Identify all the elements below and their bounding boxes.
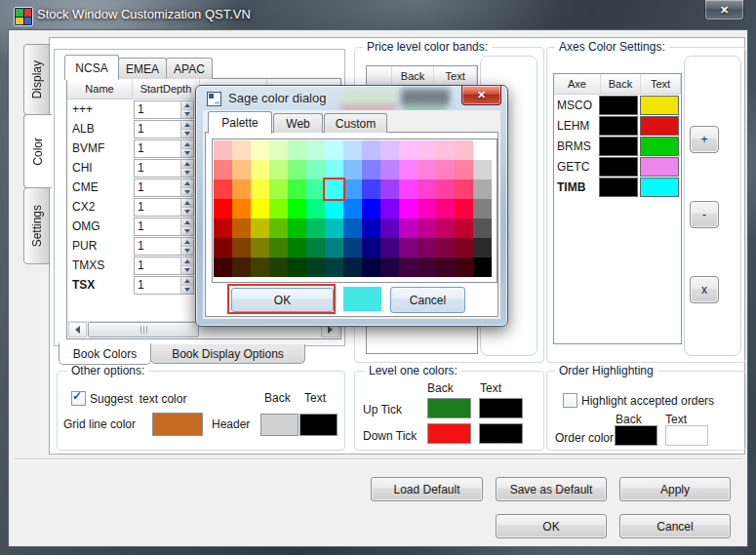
column-header-startdepth[interactable]: StartDepth: [133, 79, 200, 99]
palette-cell[interactable]: [455, 258, 473, 277]
ok-button[interactable]: OK: [496, 514, 607, 538]
axis-back-swatch[interactable]: [599, 137, 638, 156]
palette-cell[interactable]: [418, 258, 436, 277]
highlight-accepted-orders-checkbox[interactable]: [563, 393, 577, 408]
palette-cell[interactable]: [288, 179, 306, 199]
palette-cell[interactable]: [362, 199, 380, 218]
palette-cell[interactable]: [473, 140, 492, 160]
palette-cell[interactable]: [362, 160, 380, 179]
palette-cell[interactable]: [269, 160, 288, 179]
palette-cell[interactable]: [455, 160, 473, 179]
start-depth-spinner[interactable]: 1: [134, 120, 194, 139]
up-tick-text-swatch[interactable]: [479, 398, 523, 418]
spinner-down-button[interactable]: [180, 168, 193, 177]
palette-cell[interactable]: [399, 140, 418, 160]
palette-cell[interactable]: [380, 140, 399, 160]
spinner-down-button[interactable]: [180, 187, 193, 196]
axis-back-swatch[interactable]: [599, 157, 638, 177]
axis-text-swatch[interactable]: [640, 137, 679, 156]
dialog-cancel-button[interactable]: Cancel: [390, 287, 465, 313]
palette-cell[interactable]: [288, 218, 306, 238]
tab-custom[interactable]: Custom: [324, 113, 387, 133]
palette-cell[interactable]: [399, 160, 418, 179]
palette-cell[interactable]: [325, 238, 343, 258]
palette-cell[interactable]: [214, 238, 232, 258]
sage-close-button[interactable]: ✕: [461, 86, 501, 105]
palette-cell[interactable]: [306, 179, 325, 199]
column-header-name[interactable]: Name: [67, 79, 133, 99]
palette-cell[interactable]: [436, 140, 455, 160]
cancel-button[interactable]: Cancel: [619, 514, 731, 538]
palette-cell[interactable]: [380, 160, 399, 179]
palette-cell[interactable]: [418, 140, 436, 160]
palette-cell[interactable]: [269, 140, 288, 160]
spinner-down-button[interactable]: [180, 148, 193, 157]
table-row[interactable]: GETC: [554, 156, 681, 177]
palette-cell[interactable]: [269, 238, 288, 258]
spinner-down-button[interactable]: [180, 265, 193, 274]
spinner-down-button[interactable]: [180, 285, 193, 294]
suggest-text-color-checkbox[interactable]: ✓: [71, 391, 86, 406]
palette-cell[interactable]: [380, 218, 399, 238]
palette-cell[interactable]: [436, 258, 455, 277]
palette-cell[interactable]: [473, 218, 492, 238]
tab-settings[interactable]: Settings: [23, 187, 50, 264]
palette-cell[interactable]: [306, 199, 325, 218]
palette-cell[interactable]: [214, 258, 232, 277]
table-row[interactable]: MSCO: [554, 95, 681, 115]
palette-cell[interactable]: [455, 238, 473, 258]
palette-cell[interactable]: [399, 179, 418, 199]
load-default-button[interactable]: Load Default: [371, 477, 483, 501]
palette-cell[interactable]: [306, 218, 325, 238]
palette-cell[interactable]: [269, 179, 288, 199]
up-tick-back-swatch[interactable]: [427, 398, 471, 418]
palette-cell[interactable]: [473, 258, 492, 277]
order-back-swatch[interactable]: [615, 425, 657, 446]
spinner-up-button[interactable]: [180, 101, 193, 109]
palette-cell[interactable]: [399, 199, 418, 218]
spinner-up-button[interactable]: [180, 277, 193, 285]
palette-cell[interactable]: [269, 199, 288, 218]
header-text-swatch[interactable]: [299, 414, 338, 436]
palette-cell[interactable]: [251, 179, 269, 199]
palette-cell[interactable]: [251, 160, 269, 179]
palette-cell[interactable]: [436, 238, 455, 258]
palette-cell[interactable]: [306, 140, 325, 160]
palette-cell[interactable]: [288, 258, 306, 277]
palette-cell[interactable]: [418, 160, 436, 179]
palette-cell[interactable]: [380, 179, 399, 199]
palette-cell[interactable]: [362, 258, 380, 277]
palette-cell[interactable]: [380, 199, 399, 218]
save-as-default-button[interactable]: Save as Default: [496, 477, 607, 501]
window-close-button[interactable]: ✕: [704, 0, 744, 20]
table-row[interactable]: BRMS: [554, 136, 681, 156]
axis-text-swatch[interactable]: [640, 157, 679, 177]
palette-cell[interactable]: [214, 199, 232, 218]
start-depth-spinner[interactable]: 1: [134, 198, 194, 217]
spinner-down-button[interactable]: [180, 207, 193, 216]
palette-cell[interactable]: [251, 218, 269, 238]
palette-cell[interactable]: [399, 258, 418, 277]
table-row[interactable]: LEHM: [554, 115, 681, 136]
palette-cell[interactable]: [343, 140, 362, 160]
scrollbar-thumb[interactable]: [88, 322, 199, 337]
palette-cell[interactable]: [343, 258, 362, 277]
spinner-down-button[interactable]: [180, 109, 193, 118]
axes-add-button[interactable]: +: [690, 126, 719, 153]
palette-cell[interactable]: [399, 218, 418, 238]
palette-cell[interactable]: [288, 199, 306, 218]
palette-cell[interactable]: [418, 179, 436, 199]
palette-cell[interactable]: [325, 179, 343, 199]
spinner-down-button[interactable]: [180, 226, 193, 235]
spinner-up-button[interactable]: [180, 179, 193, 187]
palette-cell[interactable]: [288, 140, 306, 160]
order-text-swatch[interactable]: [665, 425, 708, 446]
table-row[interactable]: TIMB: [554, 177, 681, 197]
palette-cell[interactable]: [455, 179, 473, 199]
axes-remove-button[interactable]: -: [690, 201, 719, 228]
palette-cell[interactable]: [325, 258, 343, 277]
palette-cell[interactable]: [306, 258, 325, 277]
palette-cell[interactable]: [251, 258, 269, 277]
apply-button[interactable]: Apply: [619, 477, 731, 501]
palette-cell[interactable]: [343, 218, 362, 238]
